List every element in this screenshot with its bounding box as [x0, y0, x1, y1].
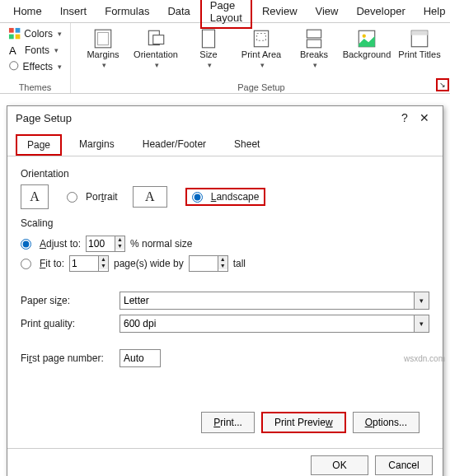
- print-quality-label: Print quality:: [21, 318, 111, 329]
- dialog-tabs: Page Margins Header/Footer Sheet: [7, 129, 443, 156]
- print-area-label: Print Area: [241, 49, 281, 60]
- svg-text:A: A: [9, 44, 16, 57]
- print-titles-button[interactable]: Print Titles: [396, 26, 443, 72]
- page-setup-launcher[interactable]: ↘: [436, 78, 449, 91]
- tab-view[interactable]: View: [307, 2, 347, 21]
- spin-up-icon[interactable]: ▲: [99, 256, 108, 263]
- svg-rect-2: [9, 35, 14, 40]
- chevron-down-icon: ▾: [313, 60, 317, 71]
- landscape-radio[interactable]: Landscape: [192, 191, 260, 203]
- chevron-down-icon: ▾: [58, 30, 62, 38]
- paper-size-combo[interactable]: ▾: [120, 292, 429, 310]
- dialog-help-button[interactable]: ?: [395, 111, 415, 124]
- margins-label: Margins: [87, 49, 119, 60]
- svg-rect-7: [98, 32, 109, 44]
- tab-formulas[interactable]: Formulas: [96, 2, 157, 21]
- size-button[interactable]: Size▾: [185, 26, 232, 72]
- spin-down-icon[interactable]: ▼: [115, 243, 124, 250]
- first-page-input[interactable]: [120, 349, 161, 367]
- chevron-down-icon: ▾: [58, 63, 62, 71]
- svg-rect-18: [411, 30, 428, 35]
- chevron-down-icon: ▾: [208, 60, 212, 71]
- adjust-to-radio[interactable]: Adjust to:: [21, 238, 81, 250]
- group-themes-label: Themes: [0, 82, 70, 92]
- tab-review[interactable]: Review: [254, 2, 306, 21]
- print-preview-button[interactable]: Print Preview: [261, 412, 346, 433]
- dialog-close-button[interactable]: ✕: [415, 111, 434, 124]
- page-setup-dialog: Page Setup ? ✕ Page Margins Header/Foote…: [7, 105, 443, 476]
- tab-data[interactable]: Data: [159, 2, 198, 21]
- fit-tall-spinner[interactable]: ▲▼: [189, 255, 228, 272]
- cancel-button[interactable]: Cancel: [375, 455, 433, 475]
- watermark: wsxdn.com: [404, 354, 445, 363]
- options-button[interactable]: Options...: [353, 412, 420, 433]
- group-page-setup-label: Page Setup: [71, 82, 450, 92]
- dialog-tab-header-footer[interactable]: Header/Footer: [132, 134, 217, 156]
- spin-up-icon[interactable]: ▲: [218, 256, 227, 263]
- size-label: Size: [199, 49, 217, 60]
- fit-wide-spinner[interactable]: ▲▼: [69, 255, 109, 272]
- svg-rect-14: [307, 40, 321, 48]
- fit-tail-label: tall: [233, 258, 246, 269]
- fonts-icon: A: [8, 44, 21, 57]
- scaling-section-label: Scaling: [21, 217, 429, 229]
- first-page-label: First page number:: [21, 352, 111, 364]
- portrait-icon: A: [21, 184, 49, 209]
- print-titles-label: Print Titles: [398, 49, 440, 60]
- fit-mid-label: page(s) wide by: [114, 258, 184, 269]
- margins-button[interactable]: Margins▾: [79, 26, 127, 72]
- orientation-label: Orientation: [134, 49, 178, 60]
- spin-down-icon[interactable]: ▼: [99, 263, 108, 269]
- spin-down-icon[interactable]: ▼: [218, 263, 227, 269]
- print-quality-combo[interactable]: ▾: [120, 315, 429, 333]
- svg-point-5: [10, 62, 18, 70]
- dialog-titlebar: Page Setup ? ✕: [7, 106, 443, 129]
- background-button[interactable]: Background: [343, 26, 391, 72]
- tab-home[interactable]: Home: [5, 2, 50, 21]
- orientation-section-label: Orientation: [21, 168, 429, 180]
- svg-rect-1: [16, 28, 21, 33]
- spin-up-icon[interactable]: ▲: [115, 236, 124, 243]
- ribbon-body: Colors▾ A Fonts▾ Effects▾ Themes Margins…: [0, 23, 450, 94]
- svg-rect-12: [257, 34, 266, 41]
- ok-button[interactable]: OK: [311, 455, 368, 475]
- tab-insert[interactable]: Insert: [52, 2, 96, 21]
- themes-fonts[interactable]: A Fonts▾: [7, 43, 63, 58]
- breaks-label: Breaks: [300, 49, 328, 60]
- chevron-down-icon: ▾: [102, 60, 106, 71]
- group-themes: Colors▾ A Fonts▾ Effects▾ Themes: [0, 23, 71, 93]
- paper-size-label: Paper size:: [21, 295, 111, 306]
- themes-effects[interactable]: Effects▾: [7, 59, 63, 74]
- chevron-down-icon[interactable]: ▾: [415, 292, 429, 310]
- dialog-body: Orientation A Portrait A Landscape Scali…: [7, 156, 443, 448]
- print-area-button[interactable]: Print Area▾: [237, 26, 285, 72]
- dialog-tab-page[interactable]: Page: [16, 134, 62, 156]
- chevron-down-icon: ▾: [54, 46, 59, 54]
- tab-help[interactable]: Help: [415, 2, 450, 21]
- dialog-title: Page Setup: [16, 112, 395, 124]
- dialog-footer: OK Cancel: [7, 448, 443, 476]
- background-label: Background: [343, 49, 391, 60]
- print-button[interactable]: Print...: [201, 412, 255, 433]
- chevron-down-icon[interactable]: ▾: [415, 315, 429, 333]
- orientation-button[interactable]: Orientation▾: [132, 26, 180, 72]
- themes-colors-label: Colors: [24, 28, 53, 40]
- effects-icon: [8, 60, 20, 73]
- svg-rect-9: [153, 35, 164, 44]
- dialog-tab-sheet[interactable]: Sheet: [223, 134, 270, 156]
- fit-to-radio[interactable]: Fit to:: [21, 258, 64, 269]
- portrait-radio[interactable]: Portrait: [67, 191, 118, 203]
- adjust-to-spinner[interactable]: ▲▼: [86, 236, 125, 252]
- dialog-tab-margins[interactable]: Margins: [68, 134, 125, 156]
- themes-fonts-label: Fonts: [25, 44, 49, 56]
- colors-icon: [8, 27, 21, 40]
- breaks-button[interactable]: Breaks▾: [290, 26, 338, 72]
- chevron-down-icon: ▾: [260, 60, 265, 71]
- themes-effects-label: Effects: [23, 61, 53, 72]
- group-page-setup: Margins▾ Orientation▾ Size▾ Print Area▾ …: [71, 23, 450, 93]
- svg-rect-3: [16, 35, 21, 40]
- themes-colors[interactable]: Colors▾: [7, 26, 63, 41]
- svg-rect-13: [307, 30, 321, 38]
- tab-developer[interactable]: Developer: [348, 2, 413, 21]
- svg-rect-0: [9, 28, 14, 33]
